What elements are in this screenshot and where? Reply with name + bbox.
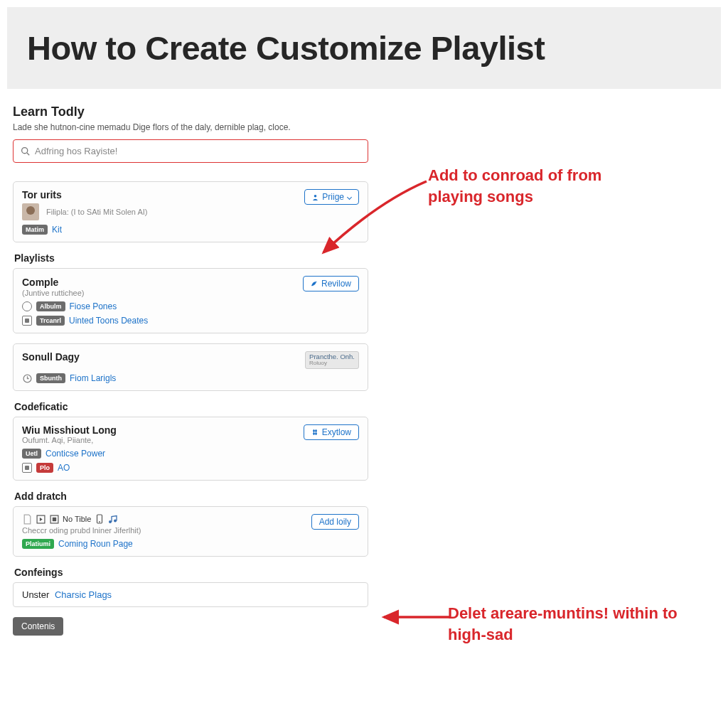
card1-badge: Matim [22, 225, 48, 235]
bird-icon [311, 280, 318, 287]
learn-desc: Lade she hutnon-cine memadu Dige flors o… [13, 122, 371, 132]
svg-line-1 [27, 153, 29, 155]
media-icon-2[interactable] [49, 514, 59, 524]
card3-badge: Sbunth [36, 373, 65, 383]
card4-r2-text[interactable]: AO [58, 463, 70, 473]
card4-r2-badge: Plo [36, 463, 53, 473]
card5-badge: Platiumi [22, 539, 54, 549]
phone-icon[interactable] [95, 514, 105, 524]
search-icon [21, 146, 30, 156]
card2-r2-badge: Trcanrl [36, 316, 65, 326]
svg-point-0 [22, 148, 28, 154]
svg-point-8 [99, 521, 100, 523]
hash-icon [311, 429, 318, 436]
circle-icon [22, 301, 32, 311]
add-loily-button[interactable]: Add loily [311, 514, 359, 530]
card2-r1-link[interactable]: Fiose Pones [70, 301, 117, 311]
card3-title: Sonull Dagy [22, 351, 80, 363]
notitle-text: No Tible [63, 515, 91, 523]
card4-r1-link[interactable]: Conticse Power [46, 449, 105, 459]
card1-title: Tor urits [22, 189, 147, 200]
arrow-2-icon [378, 608, 456, 626]
annotation-2: Delet areare-muntins! within to high-sad [448, 603, 718, 645]
card5-sub: Checcr oding prubd lniner Jiferlhit) [22, 526, 311, 535]
confeings-label: Confeings [14, 567, 371, 578]
square-icon [22, 316, 32, 326]
file-icon[interactable] [22, 514, 32, 524]
search-input[interactable]: Adfring hos Rayiste! [13, 139, 368, 163]
card1-meta: Filipla: (I to SAti Mit Solen AI) [46, 208, 147, 216]
card-confeings: Unster Charsic Plags [13, 582, 368, 607]
unster-text: Unster [22, 589, 49, 600]
card4-r1-badge: Uetl [22, 449, 41, 459]
card4-title: Wiu Misshiout Long [22, 424, 117, 436]
square-icon-2 [22, 463, 32, 473]
card2-r2-link[interactable]: Uinted Toons Deates [69, 316, 148, 326]
card5-link[interactable]: Coming Roun Page [58, 539, 133, 549]
revilow-button[interactable]: Revilow [303, 276, 359, 291]
card2-r1-badge: Albulm [36, 301, 65, 311]
revilow-label: Revilow [321, 279, 351, 289]
card-add-dratch: No Tible Checcr oding prubd lniner Jifer… [13, 506, 368, 557]
music-icon[interactable] [108, 514, 118, 524]
clock-icon [22, 373, 32, 383]
svg-rect-6 [52, 518, 55, 521]
card-comple: Comple (Juntive ruttichee) Revilow Albul… [13, 268, 368, 333]
card2-title: Comple [22, 277, 58, 288]
search-placeholder: Adfring hos Rayiste! [35, 146, 117, 156]
card-misshiout: Wiu Misshiout Long Oufumt. Aqi, Piiante,… [13, 417, 368, 481]
annotation-1: Add to conroad of from playing songs [428, 165, 613, 207]
card1-link[interactable]: Kit [52, 225, 62, 235]
codeficatic-label: Codeficatic [14, 401, 371, 412]
exytlow-label: Exytlow [322, 427, 351, 437]
add-dratch-label: Add dratch [14, 491, 371, 502]
exytlow-button[interactable]: Exytlow [304, 424, 359, 440]
page-title: How to Create Customize Playlist [27, 28, 701, 68]
card2-sub: (Juntive ruttichee) [22, 289, 84, 297]
add-loily-label: Add loily [319, 517, 351, 527]
page-banner: How to Create Customize Playlist [7, 7, 721, 89]
card-sonull: Sonull Dagy Prancthe. Onh. Roluoy Sbunth… [13, 343, 368, 391]
learn-title: Learn Todly [13, 105, 371, 119]
prancthe-button[interactable]: Prancthe. Onh. Roluoy [305, 351, 359, 369]
arrow-1-icon [313, 178, 441, 263]
card4-sub: Oufumt. Aqi, Piiante, [22, 436, 117, 444]
avatar-icon [22, 203, 39, 220]
charsic-plags-link[interactable]: Charsic Plags [55, 589, 112, 600]
play-box-icon[interactable] [36, 514, 46, 524]
card3-link[interactable]: Fiom Larigls [70, 373, 116, 383]
contenis-button[interactable]: Contenis [13, 617, 63, 636]
